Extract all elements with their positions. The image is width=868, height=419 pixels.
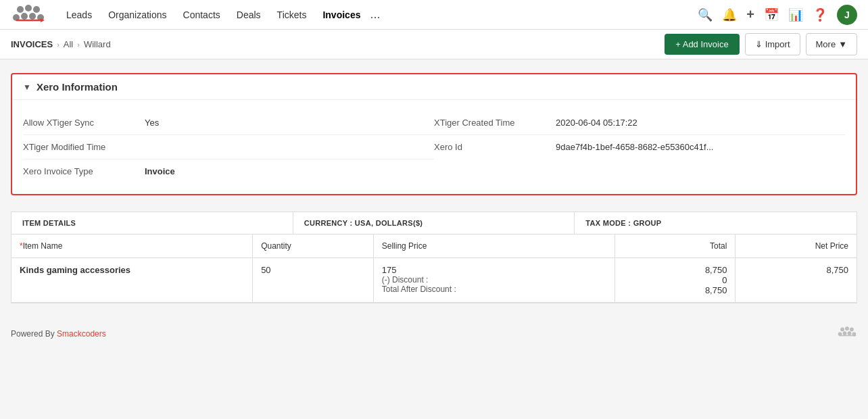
- nav-links: Leads Organizations Contacts Deals Ticke…: [59, 7, 698, 23]
- item-details-header: ITEM DETAILS: [11, 212, 293, 234]
- total-cell: 8,750 0 8,750: [615, 258, 736, 302]
- svg-point-5: [29, 13, 36, 20]
- xero-left-column: Allow XTiger Sync Yes XTiger Modified Ti…: [23, 111, 434, 183]
- col-net-price: Net Price: [736, 235, 857, 257]
- xtiger-created-time-value: 2020-06-04 05:17:22: [556, 118, 637, 128]
- user-avatar[interactable]: J: [837, 5, 857, 25]
- xero-fields: Allow XTiger Sync Yes XTiger Modified Ti…: [12, 100, 856, 194]
- nav-contacts[interactable]: Contacts: [176, 7, 227, 23]
- import-button[interactable]: ⇓ Import: [745, 33, 800, 55]
- nav-deals[interactable]: Deals: [230, 7, 268, 23]
- main-content: ▼ Xero Information Allow XTiger Sync Yes…: [0, 59, 868, 317]
- item-name-col-label: Item Name: [23, 241, 63, 251]
- svg-point-10: [845, 326, 849, 330]
- svg-point-2: [33, 6, 40, 13]
- app-logo: [11, 3, 46, 27]
- item-name-cell: Kinds gaming accessories: [11, 258, 253, 302]
- nav-tickets[interactable]: Tickets: [270, 7, 314, 23]
- breadcrumb-current: Willard: [84, 39, 111, 49]
- breadcrumb: INVOICES › All › Willard: [11, 39, 111, 49]
- xero-section-title: Xero Information: [37, 81, 118, 93]
- xero-invoice-type-value: Invoice: [145, 166, 175, 176]
- quantity-cell: 50: [253, 258, 374, 302]
- import-label: Import: [765, 39, 790, 49]
- footer-logo: [837, 325, 857, 342]
- xero-id-value: 9dae7f4b-1bef-4658-8682-e55360c41f...: [556, 142, 713, 152]
- svg-point-11: [850, 328, 854, 332]
- add-invoice-button[interactable]: + Add Invoice: [665, 34, 739, 55]
- chart-icon[interactable]: 📊: [788, 7, 803, 22]
- xero-field-invoice-type: Xero Invoice Type Invoice: [23, 159, 434, 183]
- xero-field-modified-time: XTiger Modified Time: [23, 135, 434, 159]
- table-row: Kinds gaming accessories 50 175 (-) Disc…: [11, 258, 857, 303]
- selling-price-value: 175: [382, 265, 606, 275]
- breadcrumb-all[interactable]: All: [64, 39, 73, 49]
- discount-amount-value: 0: [623, 275, 727, 285]
- top-navigation: Leads Organizations Contacts Deals Ticke…: [0, 0, 868, 30]
- xero-information-section: ▼ Xero Information Allow XTiger Sync Yes…: [11, 73, 857, 195]
- xero-invoice-type-label: Xero Invoice Type: [23, 166, 145, 176]
- xero-right-column: XTiger Created Time 2020-06-04 05:17:22 …: [434, 111, 845, 183]
- nav-more-dots[interactable]: ...: [370, 7, 380, 22]
- total-value: 8,750: [623, 265, 727, 275]
- nav-organizations[interactable]: Organizations: [101, 7, 173, 23]
- col-quantity: Quantity: [253, 235, 374, 257]
- nav-actions: 🔍 🔔 + 📅 📊 ❓ J: [698, 5, 857, 25]
- xtiger-modified-time-label: XTiger Modified Time: [23, 142, 145, 152]
- powered-by-label: Powered By: [11, 329, 55, 339]
- nav-leads[interactable]: Leads: [59, 7, 99, 23]
- allow-xtiger-sync-label: Allow XTiger Sync: [23, 118, 145, 128]
- brand-link[interactable]: Smackcoders: [57, 329, 106, 339]
- xero-id-label: Xero Id: [434, 142, 556, 152]
- col-total: Total: [615, 235, 736, 257]
- more-button[interactable]: More ▼: [806, 33, 858, 55]
- total-after-discount-label: Total After Discount :: [382, 285, 606, 294]
- breadcrumb-sep-1: ›: [57, 41, 59, 49]
- svg-point-1: [25, 5, 32, 11]
- more-chevron-icon: ▼: [838, 39, 847, 49]
- collapse-icon[interactable]: ▼: [23, 82, 31, 92]
- col-selling-price: Selling Price: [374, 235, 615, 257]
- notifications-icon[interactable]: 🔔: [722, 7, 737, 22]
- breadcrumb-bar: INVOICES › All › Willard + Add Invoice ⇓…: [0, 30, 868, 59]
- more-label: More: [816, 39, 836, 49]
- svg-point-0: [17, 6, 24, 13]
- total-after-discount-value: 8,750: [623, 285, 727, 295]
- xero-section-header[interactable]: ▼ Xero Information: [12, 74, 856, 100]
- selling-price-cell: 175 (-) Discount : Total After Discount …: [374, 258, 615, 302]
- xero-field-created-time: XTiger Created Time 2020-06-04 05:17:22: [434, 111, 845, 135]
- allow-xtiger-sync-value: Yes: [145, 118, 159, 128]
- footer-text: Powered By Smackcoders: [11, 329, 106, 339]
- column-headers: *Item Name Quantity Selling Price Total …: [11, 235, 857, 258]
- svg-point-13: [843, 331, 847, 335]
- svg-point-4: [21, 13, 28, 20]
- breadcrumb-sep-2: ›: [77, 41, 80, 49]
- svg-point-9: [840, 328, 844, 332]
- import-icon: ⇓: [755, 39, 763, 49]
- nav-invoices[interactable]: Invoices: [316, 7, 367, 23]
- xero-field-xero-id: Xero Id 9dae7f4b-1bef-4658-8682-e55360c4…: [434, 135, 845, 159]
- svg-point-14: [848, 331, 852, 335]
- search-icon[interactable]: 🔍: [698, 7, 713, 22]
- breadcrumb-invoices[interactable]: INVOICES: [11, 39, 53, 49]
- net-price-cell: 8,750: [736, 258, 857, 302]
- help-icon[interactable]: ❓: [813, 7, 827, 22]
- tax-mode-header: TAX MODE : GROUP: [575, 212, 857, 234]
- col-item-name: *Item Name: [11, 235, 253, 257]
- item-details-section: ITEM DETAILS CURRENCY : USA, DOLLARS($) …: [11, 212, 857, 303]
- currency-header: CURRENCY : USA, DOLLARS($): [293, 212, 575, 234]
- breadcrumb-actions: + Add Invoice ⇓ Import More ▼: [665, 33, 857, 55]
- logo-area: [11, 3, 49, 27]
- xtiger-created-time-label: XTiger Created Time: [434, 118, 556, 128]
- calendar-icon[interactable]: 📅: [764, 7, 779, 22]
- add-icon[interactable]: +: [746, 7, 754, 22]
- item-table-section-headers: ITEM DETAILS CURRENCY : USA, DOLLARS($) …: [11, 212, 857, 235]
- discount-label: (-) Discount :: [382, 275, 606, 285]
- footer: Powered By Smackcoders: [0, 317, 868, 350]
- xero-field-allow-xtiger-sync: Allow XTiger Sync Yes: [23, 111, 434, 135]
